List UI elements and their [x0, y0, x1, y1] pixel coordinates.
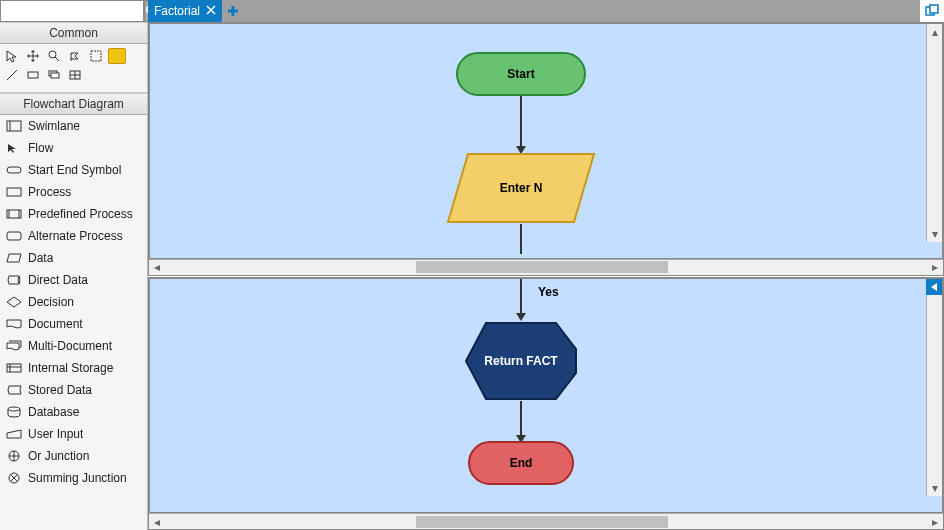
- svg-rect-20: [7, 364, 21, 372]
- shape-swimlane[interactable]: Swimlane: [0, 115, 147, 137]
- scroll-down-icon[interactable]: ▾: [928, 226, 942, 242]
- svg-line-5: [7, 70, 17, 80]
- flow-icon: [6, 141, 22, 155]
- svg-rect-4: [91, 51, 101, 61]
- predefined-icon: [6, 207, 22, 221]
- tab-bar: Factorial: [148, 0, 944, 22]
- rect-tool-icon[interactable]: [24, 67, 42, 83]
- shape-data[interactable]: Data: [0, 247, 147, 269]
- scroll-down-icon[interactable]: ▾: [928, 480, 942, 496]
- terminator-icon: [6, 163, 22, 177]
- scroll-left-icon[interactable]: ◂: [149, 260, 165, 274]
- swimlane-icon: [6, 119, 22, 133]
- horizontal-scrollbar[interactable]: ◂ ▸: [149, 513, 943, 529]
- shape-predefined[interactable]: Predefined Process: [0, 203, 147, 225]
- svg-rect-12: [7, 121, 21, 131]
- database-icon: [6, 405, 22, 419]
- shape-database[interactable]: Database: [0, 401, 147, 423]
- scroll-left-icon[interactable]: ◂: [149, 515, 165, 529]
- alternate-icon: [6, 229, 22, 243]
- display-node-label: Return FACT: [464, 321, 578, 401]
- tab-label: Factorial: [154, 4, 200, 18]
- shape-process[interactable]: Process: [0, 181, 147, 203]
- shape-user-input[interactable]: User Input: [0, 423, 147, 445]
- top-canvas[interactable]: Start Enter N ▴ ▾: [149, 23, 943, 259]
- svg-rect-8: [51, 73, 59, 78]
- svg-rect-15: [7, 188, 21, 196]
- end-node[interactable]: End: [468, 441, 574, 485]
- shape-summing-junction[interactable]: Summing Junction: [0, 467, 147, 489]
- folder-tool-icon[interactable]: [108, 48, 126, 64]
- or-junction-icon: [6, 449, 22, 463]
- shape-decision[interactable]: Decision: [0, 291, 147, 313]
- connector: [520, 401, 522, 437]
- flowchart-section-header[interactable]: Flowchart Diagram: [0, 93, 147, 115]
- svg-line-3: [55, 57, 59, 61]
- bottom-canvas[interactable]: Yes Return FACT End ▴ ▾: [149, 278, 943, 514]
- table-tool-icon[interactable]: [66, 67, 84, 83]
- multi-document-icon: [6, 339, 22, 353]
- main-area: Factorial Start Enter N: [148, 0, 944, 530]
- decision-icon: [6, 295, 22, 309]
- summing-junction-icon: [6, 471, 22, 485]
- internal-storage-icon: [6, 361, 22, 375]
- stored-data-icon: [6, 383, 22, 397]
- input-node-label: Enter N: [446, 152, 596, 224]
- pan-tool-icon[interactable]: [24, 48, 42, 64]
- sidebar: Common Flowchart Diagram Swimlane Flow S…: [0, 0, 148, 530]
- document-icon: [6, 317, 22, 331]
- bottom-pane: Yes Return FACT End ▴ ▾: [148, 277, 944, 531]
- select-tool-icon[interactable]: [87, 48, 105, 64]
- data-icon: [6, 251, 22, 265]
- line-tool-icon[interactable]: [3, 67, 21, 83]
- shape-flow[interactable]: Flow: [0, 137, 147, 159]
- svg-rect-19: [7, 232, 21, 240]
- common-tools: [0, 44, 147, 93]
- shape-stored-data[interactable]: Stored Data: [0, 379, 147, 401]
- shape-document[interactable]: Document: [0, 313, 147, 335]
- stack-tool-icon[interactable]: [45, 67, 63, 83]
- scroll-up-icon[interactable]: ▴: [928, 24, 942, 40]
- connector: [520, 96, 522, 148]
- search-input[interactable]: [0, 0, 144, 22]
- shape-start-end[interactable]: Start End Symbol: [0, 159, 147, 181]
- horizontal-scrollbar[interactable]: ◂ ▸: [149, 259, 943, 275]
- shape-internal-storage[interactable]: Internal Storage: [0, 357, 147, 379]
- collapse-pane-button[interactable]: [926, 279, 942, 295]
- connector: [520, 224, 522, 254]
- svg-point-23: [8, 407, 20, 411]
- tab-add-button[interactable]: [222, 0, 244, 22]
- tab-factorial[interactable]: Factorial: [148, 0, 222, 22]
- shape-alternate[interactable]: Alternate Process: [0, 225, 147, 247]
- scroll-right-icon[interactable]: ▸: [927, 260, 943, 274]
- arrowhead-icon: [516, 313, 526, 321]
- process-icon: [6, 185, 22, 199]
- shape-multi-document[interactable]: Multi-Document: [0, 335, 147, 357]
- shape-palette: Swimlane Flow Start End Symbol Process P…: [0, 115, 147, 530]
- svg-rect-35: [930, 5, 938, 13]
- svg-rect-14: [7, 167, 21, 173]
- branch-label: Yes: [538, 285, 559, 299]
- connector: [520, 279, 522, 315]
- window-button[interactable]: [920, 0, 944, 22]
- scroll-right-icon[interactable]: ▸: [927, 515, 943, 529]
- shape-direct-data[interactable]: Direct Data: [0, 269, 147, 291]
- svg-point-2: [49, 51, 56, 58]
- common-section-header[interactable]: Common: [0, 22, 147, 44]
- start-node[interactable]: Start: [456, 52, 586, 96]
- zoom-tool-icon[interactable]: [45, 48, 63, 64]
- marker-tool-icon[interactable]: [66, 48, 84, 64]
- vertical-scrollbar[interactable]: ▴ ▾: [926, 24, 942, 242]
- user-input-icon: [6, 427, 22, 441]
- pointer-tool-icon[interactable]: [3, 48, 21, 64]
- top-pane: Start Enter N ▴ ▾: [148, 22, 944, 276]
- svg-rect-6: [28, 72, 38, 78]
- tab-close-icon[interactable]: [206, 4, 216, 18]
- shape-or-junction[interactable]: Or Junction: [0, 445, 147, 467]
- vertical-scrollbar[interactable]: ▴ ▾: [926, 279, 942, 497]
- direct-data-icon: [6, 273, 22, 287]
